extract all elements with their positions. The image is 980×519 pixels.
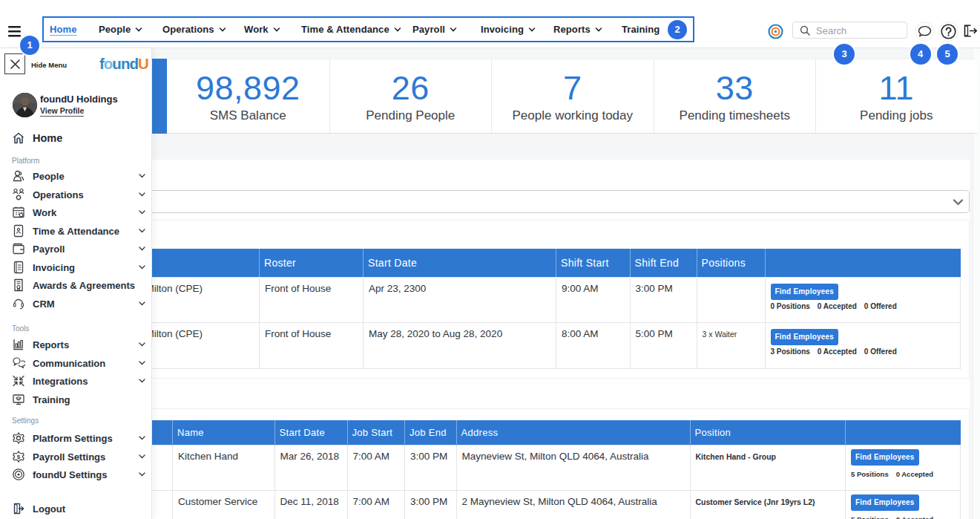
svg-text:$: $: [17, 454, 21, 460]
